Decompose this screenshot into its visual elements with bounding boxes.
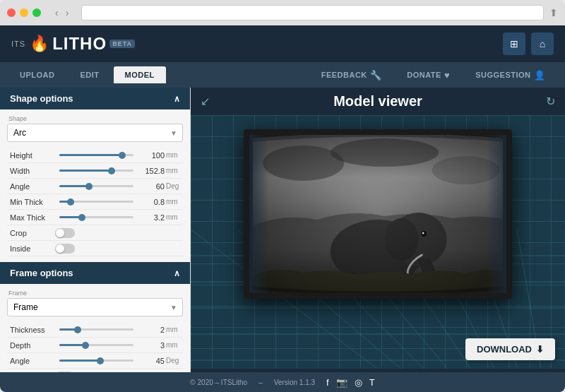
frame-angle-label: Angle — [7, 357, 55, 365]
max-thick-slider-row: Max Thick 3.2 mm — [7, 210, 183, 225]
tab-model[interactable]: MODEL — [114, 66, 166, 83]
shape-select-wrapper: Arc Flat Cylinder Sphere ▼ — [7, 124, 183, 142]
thickness-slider-row: Thickness 2 mm — [7, 322, 183, 338]
width-thumb[interactable] — [108, 167, 115, 174]
frame-options-header[interactable]: Frame options ∧ — [0, 262, 190, 284]
depth-slider[interactable] — [59, 344, 133, 346]
back-button[interactable]: ‹ — [52, 6, 61, 20]
maximize-button[interactable] — [32, 8, 41, 17]
crop-toggle[interactable] — [55, 228, 75, 238]
viewer-refresh-icon[interactable]: ↻ — [546, 95, 555, 108]
home-icon-button[interactable]: ⌂ — [531, 32, 554, 55]
min-thick-thumb[interactable] — [67, 198, 74, 206]
height-thumb[interactable] — [119, 152, 126, 159]
inside-toggle[interactable] — [55, 244, 75, 254]
tab-feedback[interactable]: FEEDBACK 🔧 — [310, 66, 393, 85]
nav-arrows: ‹ › — [52, 6, 71, 20]
tab-edit[interactable]: EDIT — [69, 66, 110, 83]
tab-suggestion[interactable]: SUGGESTION 👤 — [464, 66, 557, 85]
angle-thumb[interactable] — [85, 183, 93, 190]
wrench-icon: 🔧 — [370, 70, 382, 81]
max-thick-slider[interactable] — [59, 216, 133, 218]
inside-knob — [56, 244, 64, 253]
share-icon[interactable]: ⬆ — [549, 7, 558, 18]
max-thick-value: 3.2 — [138, 213, 165, 222]
crop-knob — [56, 229, 64, 237]
shape-chevron-icon: ∧ — [174, 94, 180, 104]
shape-options-header[interactable]: Shape options ∧ — [0, 88, 190, 109]
suggestion-label: SUGGESTION — [475, 71, 530, 79]
max-thick-label: Max Thick — [7, 213, 55, 222]
viewer-canvas: DOWNLOAD ⬇ — [191, 115, 565, 369]
logo-its: ITS — [11, 40, 25, 48]
min-thick-label: Min Thick — [7, 198, 55, 206]
app-header: ITS 🔥 LITHO BETA ⊞ ⌂ — [0, 25, 565, 62]
shape-select[interactable]: Arc Flat Cylinder Sphere — [7, 124, 183, 142]
grid-icon-button[interactable]: ⊞ — [503, 32, 525, 55]
nav-tabs: UPLOAD EDIT MODEL FEEDBACK 🔧 DONATE ♥ SU… — [0, 62, 565, 88]
width-slider[interactable] — [59, 170, 133, 172]
main-content: Shape options ∧ Shape Arc Flat Cylinder … — [0, 88, 565, 372]
max-thick-thumb[interactable] — [78, 214, 85, 221]
min-thick-slider[interactable] — [59, 201, 133, 203]
frame-select-label: Frame — [7, 290, 183, 297]
logo-litho: LITHO — [52, 34, 107, 54]
tab-donate[interactable]: DONATE ♥ — [396, 66, 461, 85]
user-icon: 👤 — [534, 70, 546, 81]
frame-angle-slider[interactable] — [59, 360, 133, 362]
width-fill — [59, 170, 112, 172]
max-thick-unit: mm — [166, 213, 183, 221]
svg-rect-28 — [249, 135, 506, 293]
frame-outer — [244, 129, 512, 299]
angle-slider-row: Angle 60 Deg — [7, 179, 183, 194]
width-value: 152.8 — [138, 167, 165, 175]
thickness-thumb[interactable] — [74, 326, 81, 333]
vimeo-icon[interactable]: ◎ — [355, 377, 362, 388]
crop-label: Crop — [7, 229, 55, 237]
footer-copyright: © 2020 – ITSLitho — [190, 379, 247, 386]
crop-toggle-row: Crop — [7, 225, 183, 241]
instagram-icon[interactable]: 📷 — [336, 377, 347, 388]
app-window: ‹ › ⬆ ITS 🔥 LITHO BETA ⊞ ⌂ UPLOAD EDIT M… — [0, 0, 565, 392]
width-label: Width — [7, 167, 55, 175]
shape-select-label: Shape — [7, 115, 183, 122]
frame-angle-value: 45 — [138, 357, 165, 365]
tumblr-icon[interactable]: T — [369, 377, 375, 388]
depth-thumb[interactable] — [82, 342, 89, 349]
angle-slider[interactable] — [59, 185, 133, 187]
header-buttons: ⊞ ⌂ — [503, 32, 554, 55]
facebook-icon[interactable]: f — [326, 377, 329, 388]
frame-select[interactable]: Frame None Shadow — [7, 298, 183, 316]
minimize-button[interactable] — [20, 8, 28, 17]
height-slider-row: Height 100 mm — [7, 148, 183, 163]
frame-angle-thumb[interactable] — [97, 357, 104, 364]
thickness-unit: mm — [166, 326, 183, 333]
download-button[interactable]: DOWNLOAD ⬇ — [465, 338, 555, 360]
depth-unit: mm — [166, 341, 183, 349]
tab-upload[interactable]: UPLOAD — [8, 66, 66, 83]
frame-angle-unit: Deg — [166, 357, 183, 364]
thickness-slider[interactable] — [59, 328, 133, 331]
depth-value: 3 — [138, 341, 165, 350]
height-slider[interactable] — [59, 154, 133, 156]
viewer-panel: ↙ Model viewer ↻ — [191, 88, 565, 372]
frame-options-content: Frame Frame None Shadow ▼ Thickness — [0, 284, 190, 372]
frame-select-wrapper: Frame None Shadow ▼ — [7, 298, 183, 316]
close-button[interactable] — [7, 8, 16, 17]
min-thick-unit: mm — [166, 198, 183, 206]
titlebar-icons: ⬆ — [549, 7, 558, 18]
forward-button[interactable]: › — [63, 6, 72, 20]
angle-label: Angle — [7, 182, 55, 191]
titlebar: ‹ › ⬆ — [0, 0, 565, 25]
height-fill — [59, 154, 122, 156]
viewer-back-icon[interactable]: ↙ — [201, 95, 210, 108]
url-bar[interactable] — [81, 5, 544, 20]
logo: ITS 🔥 LITHO BETA — [11, 34, 135, 54]
left-panel: Shape options ∧ Shape Arc Flat Cylinder … — [0, 88, 191, 372]
angle-fill — [59, 185, 89, 187]
frame-curve-right — [487, 135, 508, 293]
footer-version: Version 1.1.3 — [274, 379, 315, 386]
advanced-toggle[interactable] — [55, 372, 75, 373]
min-thick-slider-row: Min Thick 0.8 mm — [7, 194, 183, 210]
image-frame — [244, 129, 512, 299]
